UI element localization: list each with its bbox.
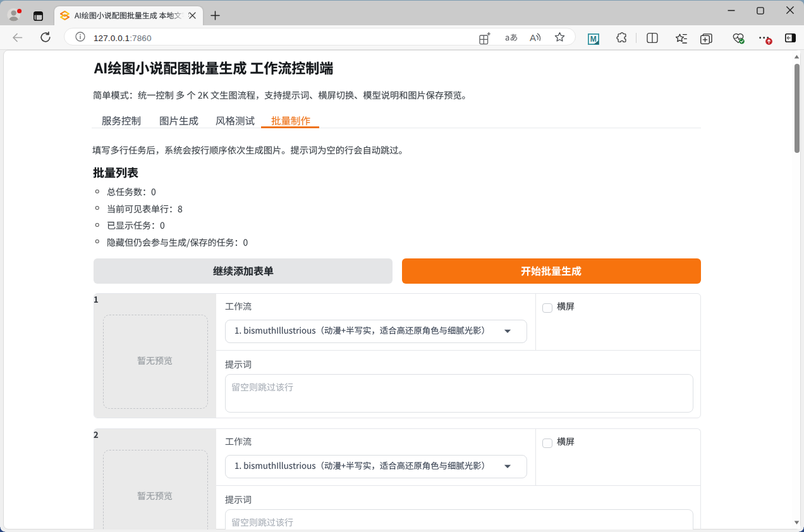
svg-text:A: A [530, 32, 536, 43]
svg-text:M: M [590, 35, 597, 44]
